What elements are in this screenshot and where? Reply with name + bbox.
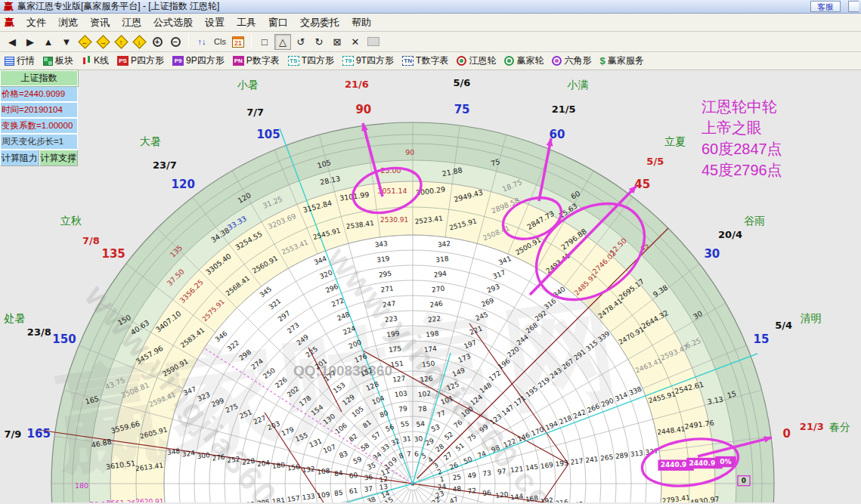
index-info-panel: 上证指数 价格=2440.9099 时间=20190104 变换系数=1.000… [0, 70, 78, 166]
toolbar-item-P数字表[interactable]: PNP数字表 [231, 54, 281, 68]
toolbar-item-label: P数字表 [246, 54, 280, 67]
svg-text:181: 181 [271, 496, 285, 502]
pan-right-icon[interactable]: → [94, 34, 111, 50]
赢家服务-icon: $ [599, 55, 605, 66]
板块-icon [43, 57, 53, 66]
toolbar-item-label: 赢家轮 [516, 54, 544, 67]
window-title: 赢家江恩专业版[赢家服务平台] - [上证指数 江恩轮] [17, 0, 810, 13]
cross-arrows-icon[interactable]: ✕ [347, 34, 364, 50]
svg-text:150: 150 [52, 332, 76, 346]
svg-text:75: 75 [454, 103, 470, 116]
赢家轮-icon [504, 56, 514, 66]
annotation-line: 45度2796点 [701, 159, 782, 181]
行情-icon [5, 57, 14, 66]
menu-item-7[interactable]: 窗口 [262, 14, 294, 31]
clipped-button[interactable] [848, 1, 859, 12]
menu-item-9[interactable]: 帮助 [345, 14, 377, 31]
svg-text:7/7: 7/7 [246, 107, 264, 118]
up-icon[interactable]: ▲ [40, 34, 57, 50]
calc-support-button[interactable]: 计算支撑 [39, 150, 79, 166]
svg-text:48: 48 [452, 484, 462, 493]
svg-text:37: 37 [364, 485, 373, 493]
svg-text:192: 192 [540, 496, 553, 502]
coefficient-field: 变换系数=1.00000 [0, 118, 78, 134]
menu-item-0[interactable]: 文件 [20, 14, 52, 31]
menu-logo-icon: 赢 [5, 16, 14, 29]
screen-icon[interactable] [365, 34, 382, 50]
svg-text:105: 105 [256, 128, 280, 141]
toolbar-item-label: 江恩轮 [469, 54, 496, 67]
chart-type-toolbar: 行情板块K线PSP四方形P99P四方形PNP数字表TST四方形T99T四方形TN… [0, 52, 861, 70]
pan-left-icon[interactable]: ← [76, 34, 93, 50]
calc-resistance-button[interactable]: 计算阻力 [0, 150, 39, 166]
calendar-icon[interactable]: 21 [230, 34, 246, 50]
menu-item-8[interactable]: 交易委托 [294, 14, 345, 31]
toolbar-item-T四方形[interactable]: TST四方形 [286, 54, 336, 68]
rotate-ccw-icon[interactable]: ↺ [293, 34, 309, 50]
六角形-icon [552, 56, 562, 66]
svg-text:0: 0 [742, 477, 746, 484]
menu-item-2[interactable]: 资讯 [84, 14, 116, 31]
svg-text:78: 78 [418, 405, 428, 413]
svg-text:清明: 清明 [801, 312, 822, 324]
back-icon[interactable]: ◀ [4, 34, 20, 50]
menu-item-3[interactable]: 江恩 [116, 14, 147, 31]
customer-service-button[interactable]: 客服 [810, 1, 841, 12]
svg-text:5/6: 5/6 [454, 77, 471, 88]
toolbar-item-赢家轮[interactable]: 赢家轮 [503, 54, 545, 68]
menu-item-6[interactable]: 工具 [231, 14, 262, 31]
pan-up-icon[interactable]: ↑ [113, 34, 129, 50]
toolbar-item-9P四方形[interactable]: P99P四方形 [171, 54, 226, 68]
toolbar-item-P四方形[interactable]: PSP四方形 [116, 54, 166, 68]
toolbar-item-板块[interactable]: 板块 [42, 54, 75, 68]
svg-text:120: 120 [172, 178, 195, 191]
svg-text:165: 165 [27, 427, 51, 441]
svg-text:处暑: 处暑 [3, 312, 25, 324]
svg-text:84: 84 [333, 469, 343, 478]
toolbar-item-label: K线 [94, 54, 109, 67]
svg-text:25: 25 [452, 473, 462, 481]
svg-text:小暑: 小暑 [237, 79, 259, 91]
9P四方形-icon: P9 [172, 56, 184, 66]
menu-item-1[interactable]: 浏览 [52, 14, 84, 31]
price-field: 价格=2440.9099 [0, 86, 78, 102]
app-logo-icon: 赢 [4, 0, 14, 14]
toolbar-item-9T四方形[interactable]: T99T四方形 [341, 54, 395, 68]
down-icon[interactable]: ▼ [58, 34, 75, 50]
menu-bar: 赢 文件浏览资讯江恩公式选股设置工具窗口交易委托帮助 [0, 14, 861, 32]
delete-box-icon[interactable]: ⊠ [329, 34, 345, 50]
K线-icon [82, 56, 91, 66]
toolbar-item-赢家服务[interactable]: $赢家服务 [598, 54, 645, 68]
svg-text:0%: 0% [720, 458, 731, 465]
svg-text:49: 49 [467, 471, 477, 479]
triangle-tool-icon[interactable]: △ [274, 34, 291, 50]
T数字表-icon: TN [402, 56, 413, 66]
svg-text:23/7: 23/7 [153, 159, 177, 171]
forward-icon[interactable]: ▶ [22, 34, 39, 50]
toolbar-item-行情[interactable]: 行情 [3, 54, 36, 68]
svg-text:73: 73 [482, 469, 492, 478]
svg-text:7/9: 7/9 [5, 428, 22, 440]
svg-text:54: 54 [416, 419, 426, 428]
toolbar-item-六角形[interactable]: 六角形 [550, 54, 593, 68]
toolbar-item-江恩轮[interactable]: 江恩轮 [455, 54, 497, 68]
svg-text:61: 61 [348, 487, 358, 495]
toolbar-item-label: 行情 [17, 54, 35, 67]
zoom-in-icon[interactable]: + [149, 34, 166, 50]
pan-down-icon[interactable]: ↓ [131, 34, 147, 50]
cls-button[interactable]: Cls [212, 34, 228, 50]
menu-item-5[interactable]: 设置 [199, 14, 231, 31]
rect-tool-icon[interactable]: □ [256, 34, 273, 50]
toolbar-item-K线[interactable]: K线 [80, 54, 110, 68]
rotate-cw-icon[interactable]: ↻ [311, 34, 327, 50]
updown-icon[interactable]: ↑↓ [194, 34, 210, 50]
main-toolbar: ◀▶▲▼←→↑↓+−↑↓Cls21□△↺↻⊠✕ [0, 32, 861, 52]
wheel-area: 赢家财富网www.yingjia360.comwww.yingjia360.co… [0, 70, 861, 502]
menu-item-4[interactable]: 公式选股 [147, 14, 199, 31]
svg-text:30: 30 [704, 247, 720, 261]
svg-text:23/8: 23/8 [27, 326, 51, 338]
svg-text:90: 90 [405, 148, 414, 156]
zoom-out-icon[interactable]: − [167, 34, 184, 50]
toolbar-item-T数字表[interactable]: TNT数字表 [401, 54, 450, 68]
svg-text:168: 168 [525, 494, 539, 502]
